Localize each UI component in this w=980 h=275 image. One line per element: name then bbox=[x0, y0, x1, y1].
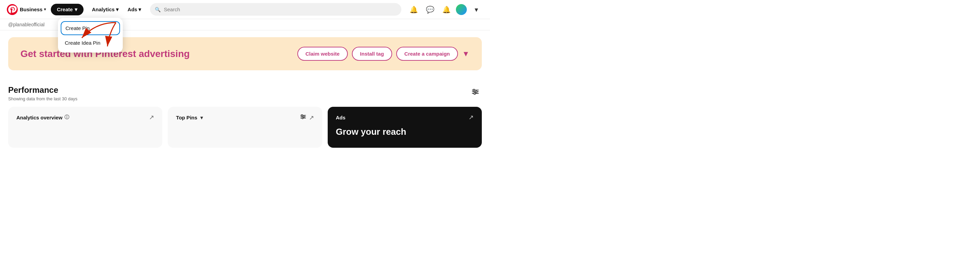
account-handle: @planableofficial bbox=[8, 22, 45, 27]
analytics-nav-button[interactable]: Analytics ▾ bbox=[88, 4, 122, 15]
top-pins-chevron-icon[interactable]: ▼ bbox=[199, 115, 204, 120]
svg-point-5 bbox=[473, 90, 475, 91]
create-button[interactable]: Create ▾ bbox=[51, 4, 84, 15]
alert-icon: 🔔 bbox=[442, 5, 451, 14]
create-label: Create bbox=[57, 6, 73, 12]
account-chevron-button[interactable]: ▾ bbox=[469, 3, 483, 16]
messages-button[interactable]: 💬 bbox=[423, 3, 437, 16]
search-icon: 🔍 bbox=[155, 7, 161, 12]
account-chevron-icon: ▾ bbox=[475, 5, 478, 14]
analytics-chevron-icon: ▾ bbox=[116, 6, 119, 13]
business-chevron-icon: ▾ bbox=[44, 7, 46, 11]
create-idea-pin-menu-item[interactable]: Create Idea Pin bbox=[58, 36, 123, 50]
analytics-overview-label: Analytics overview bbox=[16, 115, 62, 120]
navbar-right: 🔔 💬 🔔 ▾ bbox=[407, 3, 483, 16]
ads-nav-button[interactable]: Ads ▾ bbox=[124, 4, 145, 15]
performance-title: Performance bbox=[8, 85, 77, 95]
performance-section: Performance Showing data from the last 3… bbox=[8, 77, 482, 148]
analytics-overview-card-header: Analytics overview ⓘ ↗ bbox=[16, 114, 154, 121]
ads-card-title: Ads bbox=[336, 115, 345, 120]
analytics-label: Analytics bbox=[92, 6, 115, 12]
notifications-button[interactable]: 🔔 bbox=[407, 3, 420, 16]
performance-filter-button[interactable] bbox=[469, 85, 482, 100]
pinterest-logo-icon[interactable] bbox=[7, 4, 18, 15]
top-pins-card-header: Top Pins ▼ ↗ bbox=[176, 114, 314, 122]
top-pins-actions: ↗ bbox=[300, 114, 314, 122]
alerts-button[interactable]: 🔔 bbox=[439, 3, 453, 16]
bell-icon: 🔔 bbox=[409, 5, 418, 14]
ads-card-label: Ads bbox=[336, 115, 345, 120]
create-pin-menu-item[interactable]: Create Pin bbox=[61, 21, 120, 35]
navbar: Business ▾ Create ▾ Analytics ▾ Ads ▾ 🔍 … bbox=[0, 0, 490, 19]
performance-header: Performance Showing data from the last 3… bbox=[8, 77, 482, 107]
top-pins-filter-icon[interactable] bbox=[300, 114, 306, 122]
top-pins-title: Top Pins ▼ bbox=[176, 115, 204, 120]
ads-label: Ads bbox=[127, 6, 137, 12]
ads-chevron-icon: ▾ bbox=[138, 6, 141, 13]
business-nav-item[interactable]: Business ▾ bbox=[20, 6, 46, 12]
ads-card: Ads ↗ Grow your reach bbox=[328, 107, 482, 148]
analytics-overview-actions: ↗ bbox=[149, 114, 154, 121]
svg-point-12 bbox=[303, 116, 304, 117]
create-idea-pin-label: Create Idea Pin bbox=[65, 40, 100, 46]
install-tag-label: Install tag bbox=[360, 51, 384, 57]
top-pins-card: Top Pins ▼ ↗ bbox=[168, 107, 322, 148]
avatar[interactable] bbox=[456, 4, 467, 15]
create-campaign-label: Create a campaign bbox=[404, 51, 450, 57]
message-icon: 💬 bbox=[426, 5, 434, 14]
search-input[interactable] bbox=[150, 3, 401, 16]
create-campaign-button[interactable]: Create a campaign bbox=[396, 47, 458, 61]
analytics-overview-title: Analytics overview ⓘ bbox=[16, 114, 69, 120]
claim-website-label: Claim website bbox=[305, 51, 340, 57]
ads-card-external-link-icon[interactable]: ↗ bbox=[469, 114, 474, 121]
svg-point-13 bbox=[302, 117, 303, 119]
install-tag-button[interactable]: Install tag bbox=[352, 47, 392, 61]
analytics-overview-card: Analytics overview ⓘ ↗ bbox=[8, 107, 162, 148]
analytics-info-icon: ⓘ bbox=[64, 114, 69, 120]
ads-card-header: Ads ↗ bbox=[336, 114, 474, 121]
cards-row: Analytics overview ⓘ ↗ Top Pins ▼ bbox=[8, 107, 482, 148]
performance-subtitle: Showing data from the last 30 days bbox=[8, 96, 77, 101]
create-dropdown-menu: Create Pin Create Idea Pin bbox=[58, 18, 123, 53]
top-pins-external-link-icon[interactable]: ↗ bbox=[309, 114, 314, 122]
ad-banner-actions: Claim website Install tag Create a campa… bbox=[298, 47, 469, 61]
navbar-left: Business ▾ Create ▾ Analytics ▾ Ads ▾ bbox=[7, 4, 145, 15]
svg-point-11 bbox=[301, 115, 302, 116]
search-bar: 🔍 bbox=[150, 3, 401, 16]
ads-card-grow-reach: Grow your reach bbox=[336, 126, 474, 137]
claim-website-button[interactable]: Claim website bbox=[298, 47, 348, 61]
business-label: Business bbox=[20, 6, 43, 12]
create-chevron-icon: ▾ bbox=[75, 6, 77, 13]
svg-point-6 bbox=[476, 91, 477, 93]
ads-card-actions: ↗ bbox=[469, 114, 474, 121]
ad-banner-collapse-button[interactable]: ▼ bbox=[462, 50, 469, 58]
collapse-chevron-icon: ▼ bbox=[462, 50, 469, 58]
top-pins-label: Top Pins bbox=[176, 115, 197, 120]
svg-point-7 bbox=[474, 93, 476, 94]
analytics-overview-external-link-icon[interactable]: ↗ bbox=[149, 114, 154, 121]
performance-header-left: Performance Showing data from the last 3… bbox=[8, 85, 77, 101]
create-pin-label: Create Pin bbox=[65, 25, 90, 31]
